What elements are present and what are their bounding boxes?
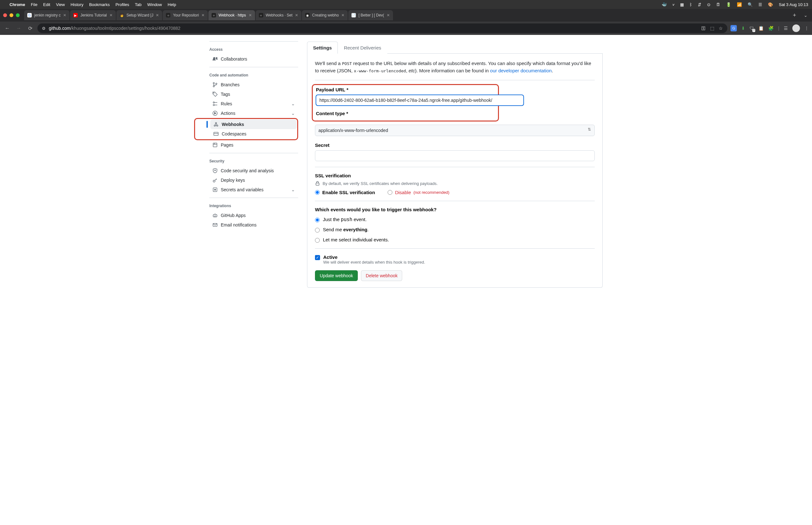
password-key-icon[interactable]: ⚿: [701, 26, 706, 31]
events-individual-radio[interactable]: [315, 238, 320, 243]
window-fullscreen-icon[interactable]: [16, 13, 20, 17]
sidebar-item-pages[interactable]: Pages: [209, 140, 298, 150]
sidebar-item-webhooks[interactable]: Webhooks: [210, 120, 297, 129]
webhook-settings-panel: We'll send a POST request to the URL bel…: [307, 54, 603, 288]
developer-docs-link[interactable]: our developer documentation: [490, 68, 552, 73]
docker-menulet-icon[interactable]: 🐳: [662, 2, 667, 7]
site-info-icon[interactable]: ⚙: [42, 26, 46, 31]
menu-edit[interactable]: Edit: [43, 2, 50, 7]
sidebar-item-deploy-keys[interactable]: Deploy keys: [209, 176, 298, 185]
bluetooth-icon[interactable]: ᛒ: [690, 2, 692, 7]
update-webhook-button[interactable]: Update webhook: [315, 270, 358, 281]
menu-profiles[interactable]: Profiles: [116, 2, 129, 7]
translate-extension-icon[interactable]: G: [731, 25, 737, 31]
chevron-down-icon: ⌄: [291, 101, 295, 106]
menu-window[interactable]: Window: [147, 2, 162, 7]
browser-toolbar: ← → ⟳ ⚙ github.com/khuongsatou/toolmtips…: [0, 21, 812, 35]
svg-rect-11: [213, 143, 217, 147]
events-everything-option[interactable]: Send me everything.: [315, 227, 595, 232]
content-type-select[interactable]: application/x-www-form-urlencoded: [315, 125, 595, 136]
tab-close-icon[interactable]: ✕: [156, 13, 159, 17]
nav-back-button[interactable]: ←: [3, 25, 11, 31]
chrome-menu-icon[interactable]: ⋮: [805, 26, 809, 31]
clock[interactable]: Sat 3 Aug 10:13: [779, 2, 808, 7]
browser-tab[interactable]: 🧑Setup Wizard [J✕: [116, 10, 162, 20]
grid-menulet-icon[interactable]: ▦: [680, 2, 684, 7]
sidebar-item-label: Code security and analysis: [221, 168, 274, 173]
nav-forward-button[interactable]: →: [15, 25, 23, 31]
browser-tab[interactable]: ▶Jenkins Tutorial✕: [70, 10, 116, 20]
window-close-icon[interactable]: [3, 13, 7, 17]
sidebar-item-email-notifications[interactable]: Email notifications: [209, 220, 298, 230]
events-push-radio[interactable]: [315, 217, 320, 222]
ssl-disable-option[interactable]: Disable (not recommended): [388, 190, 449, 195]
browser-tab[interactable]: ○Your Repositori✕: [163, 10, 208, 20]
browser-tab[interactable]: Gjenkin registry c✕: [24, 10, 70, 20]
download-extension-icon[interactable]: ⬇: [741, 26, 745, 31]
mail-icon: [212, 222, 217, 227]
siri-icon[interactable]: 🎨: [768, 2, 773, 7]
sidebar-item-github-apps[interactable]: GitHub Apps: [209, 211, 298, 220]
address-bar[interactable]: ⚙ github.com/khuongsatou/toolmtipscoder/…: [37, 24, 727, 33]
tab-close-icon[interactable]: ✕: [201, 13, 205, 17]
play-menulet-icon[interactable]: ⊙: [707, 2, 710, 7]
browser-tab[interactable]: 📄[ Better ] [ Dev(✕: [348, 10, 393, 20]
sidebar-item-actions[interactable]: Actions ⌄: [209, 108, 298, 118]
tab-close-icon[interactable]: ✕: [63, 13, 66, 17]
ports-icon[interactable]: ⇵: [698, 2, 701, 7]
menu-view[interactable]: View: [56, 2, 65, 7]
sidebar-item-secrets[interactable]: Secrets and variables ⌄: [209, 185, 298, 194]
battery-icon[interactable]: 🔋: [726, 2, 731, 7]
delete-webhook-button[interactable]: Delete webhook: [361, 270, 402, 281]
sidebar-item-tags[interactable]: Tags: [209, 89, 298, 99]
app-name[interactable]: Chrome: [10, 2, 25, 7]
bookmark-star-icon[interactable]: ☆: [719, 26, 723, 31]
profile-avatar[interactable]: [792, 25, 800, 32]
calendar-menulet-icon[interactable]: 🗓: [716, 2, 720, 7]
tab-close-icon[interactable]: ✕: [249, 13, 252, 17]
tab-close-icon[interactable]: ✕: [295, 13, 298, 17]
payload-url-input[interactable]: [316, 95, 524, 106]
secret-input[interactable]: [315, 150, 595, 161]
menu-help[interactable]: Help: [168, 2, 176, 7]
new-tab-button[interactable]: +: [790, 12, 799, 19]
nu-menulet-icon[interactable]: 𝘷: [673, 2, 674, 7]
tab-close-icon[interactable]: ✕: [109, 13, 112, 17]
wifi-icon[interactable]: 📶: [737, 2, 742, 7]
sidebar-item-rules[interactable]: Rules ⌄: [209, 99, 298, 108]
control-center-icon[interactable]: ☰: [758, 2, 762, 7]
browser-tab[interactable]: ◉Creating webho✕: [302, 10, 348, 20]
menu-bookmarks[interactable]: Bookmarks: [89, 2, 110, 7]
events-everything-radio[interactable]: [315, 228, 320, 232]
menu-file[interactable]: File: [31, 2, 37, 7]
browser-tab[interactable]: ○Webhook · https✕: [208, 10, 255, 20]
sidebar-item-codespaces[interactable]: Codespaces: [210, 129, 297, 139]
install-app-icon[interactable]: ⬚: [710, 26, 714, 31]
extensions-icon[interactable]: 🧩: [768, 26, 773, 31]
spotlight-icon[interactable]: 🔍: [748, 2, 753, 7]
nav-reload-button[interactable]: ⟳: [26, 25, 34, 31]
sidebar-item-branches[interactable]: Branches: [209, 80, 298, 89]
tab-close-icon[interactable]: ✕: [387, 13, 390, 17]
browser-tab[interactable]: ○Webhooks · Set✕: [256, 10, 302, 20]
reading-list-icon[interactable]: ☰: [784, 26, 788, 31]
menu-tab[interactable]: Tab: [135, 2, 141, 7]
events-push-option[interactable]: Just the push event.: [315, 217, 595, 222]
tab-recent-deliveries[interactable]: Recent Deliveries: [338, 42, 387, 54]
tab-settings[interactable]: Settings: [307, 42, 338, 54]
active-row[interactable]: ✓ Active We will deliver event details w…: [315, 254, 595, 265]
ssl-disable-radio[interactable]: [388, 190, 392, 195]
ssl-enable-radio[interactable]: [315, 190, 320, 195]
sidebar-item-collaborators[interactable]: Collaborators: [209, 54, 298, 64]
svg-point-2: [216, 83, 217, 85]
tab-close-icon[interactable]: ✕: [341, 13, 344, 17]
menu-history[interactable]: History: [71, 2, 83, 7]
adblock-extension-icon[interactable]: 🛡7: [750, 26, 754, 31]
window-minimize-icon[interactable]: [10, 13, 13, 17]
events-individual-option[interactable]: Let me select individual events.: [315, 237, 595, 243]
sidebar-item-code-security[interactable]: Code security and analysis: [209, 166, 298, 176]
ssl-enable-option[interactable]: Enable SSL verification: [315, 190, 375, 195]
active-checkbox[interactable]: ✓: [315, 255, 320, 260]
clipboard-extension-icon[interactable]: 📋: [758, 26, 764, 31]
tab-list-dropdown-icon[interactable]: ⌄: [799, 13, 812, 18]
